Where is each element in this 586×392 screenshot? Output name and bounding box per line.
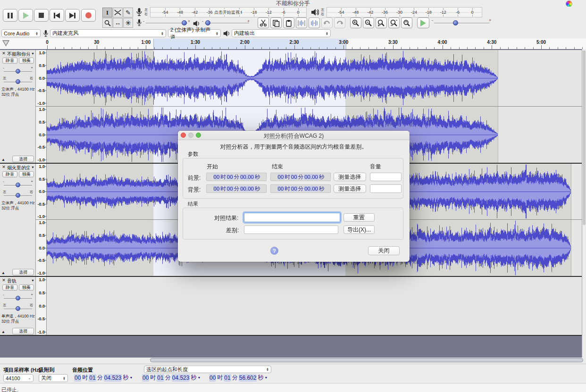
copy-button[interactable] <box>270 17 282 28</box>
play-meter-speaker-icon[interactable] <box>310 8 319 17</box>
multi-tool-button[interactable]: ✳ <box>123 18 133 28</box>
timeshift-tool-button[interactable]: ↔ <box>113 18 123 28</box>
snap-to-select[interactable]: 关闭▲▼ <box>39 374 68 382</box>
draw-tool-button[interactable]: ✎ <box>123 8 133 17</box>
background-end-field[interactable]: 00时00分00.00秒 <box>270 184 331 193</box>
track2-pan-slider[interactable]: 左右 <box>4 193 32 199</box>
track3-menu-arrow-icon[interactable]: ▼ <box>31 279 34 282</box>
zoom-out-button[interactable] <box>363 17 374 28</box>
play-button[interactable] <box>18 9 33 22</box>
help-button[interactable]: ? <box>270 247 278 255</box>
cut-button[interactable] <box>258 17 269 28</box>
audio-position-field[interactable]: 00时01分04.523秒▼ <box>74 374 133 382</box>
play-speed-slider[interactable] <box>434 20 490 26</box>
track1-close-button[interactable]: ✕ <box>1 51 6 56</box>
track3-select-button[interactable]: 选择 <box>12 328 34 334</box>
play-at-speed-button[interactable] <box>417 17 429 28</box>
record-meter[interactable]: -54-48-42-36-30-24-18-12-60 点击开始监视 <box>150 7 307 17</box>
track-divider-3 <box>0 335 586 336</box>
playback-volume-slider[interactable] <box>205 20 249 26</box>
track3-panel[interactable]: ✕ 音轨 ▼ 静音 独奏 -+ 左右 单声道，44100 Hz 32位 浮点 ▲… <box>0 277 36 335</box>
contrast-result-field[interactable] <box>244 213 340 222</box>
track1-channel-divider <box>36 106 582 107</box>
track1-name[interactable]: 不能和你分手 <box>7 51 30 58</box>
track1-solo-button[interactable]: 独奏 <box>19 58 34 64</box>
redo-button[interactable] <box>334 17 345 28</box>
contrast-analysis-dialog[interactable]: 对照分析(符合WCAG 2) 对照分析器，用于测量两个音频选区间的方均根音量差别… <box>178 131 410 262</box>
track2-collapse-button[interactable]: ▲ <box>1 271 5 275</box>
pause-button[interactable] <box>3 9 17 22</box>
undo-button[interactable] <box>321 17 333 28</box>
zoom-in-button[interactable] <box>350 17 361 28</box>
track2-mute-button[interactable]: 静音 <box>2 171 17 177</box>
track1-mute-button[interactable]: 静音 <box>2 58 17 64</box>
track2-select-button[interactable]: 选择 <box>12 269 34 275</box>
track1-panel[interactable]: ✕ 不能和你分手 ▼ 静音 独奏 -+ 左右 立体声，44100 Hz 32位 … <box>0 50 36 163</box>
track3-close-button[interactable]: ✕ <box>1 278 6 283</box>
selection-mode-select[interactable]: 选区的起点和长度▲▼ <box>144 366 271 373</box>
foreground-end-field[interactable]: 00时00分00.00秒 <box>270 173 331 181</box>
track3-gain-slider[interactable]: -+ <box>4 296 32 301</box>
close-button[interactable]: 关闭 <box>368 246 400 255</box>
record-channels-select[interactable]: 2 (立体声) 录制声道▲▼ <box>168 29 221 37</box>
foreground-volume-field[interactable] <box>370 173 402 181</box>
selection-tool-button[interactable]: I <box>102 8 112 17</box>
selection-start-field[interactable]: 00时01分04.523秒▼ <box>142 374 201 382</box>
zoom-selection-button[interactable] <box>376 17 387 28</box>
track1-select-button[interactable]: 选择 <box>12 156 34 162</box>
track1-pan-slider[interactable]: 左右 <box>4 79 32 85</box>
background-start-field[interactable]: 00时00分00.00秒 <box>206 184 267 193</box>
timeline-ruler[interactable]: 0301:001:302:002:303:003:304:004:305:00 <box>0 39 586 50</box>
vertical-scrollbar[interactable] <box>582 49 586 358</box>
playback-meter[interactable]: -54-48-42-36-30-24-18-12-60 <box>326 7 482 17</box>
track2-gain-slider[interactable]: -+ <box>4 183 32 188</box>
monitor-hint[interactable]: 点击开始监视 <box>213 9 241 16</box>
difference-field[interactable] <box>244 225 338 234</box>
track2-close-button[interactable]: ✕ <box>1 165 6 169</box>
foreground-start-field[interactable]: 00时00分00.00秒 <box>206 173 267 181</box>
silence-selection-button[interactable] <box>309 17 320 28</box>
selection-length-field[interactable]: 00时01分56.602秒▼ <box>209 374 268 382</box>
track1-collapse-button[interactable]: ▲ <box>1 158 5 162</box>
track3-collapse-button[interactable]: ▲ <box>1 330 5 334</box>
zoom-tool-button[interactable] <box>102 18 112 28</box>
envelope-tool-button[interactable] <box>113 8 123 17</box>
reset-button[interactable]: 重置 <box>343 213 375 222</box>
trim-outside-button[interactable] <box>296 17 307 28</box>
measure-background-button[interactable]: 测量选择 <box>334 184 366 193</box>
project-rate-select[interactable]: 44100⌄ <box>3 374 33 382</box>
track3-solo-button[interactable]: 独奏 <box>19 284 34 291</box>
skip-start-button[interactable] <box>50 9 64 22</box>
track2-panel[interactable]: ✕ 烟火里的尘埃 ▼ 静音 独奏 -+ 左右 立体声，44100 Hz 32位 … <box>0 164 36 276</box>
skip-end-button[interactable] <box>65 9 80 22</box>
track1-gain-slider[interactable]: -+ <box>4 69 32 75</box>
export-button[interactable]: 导出(X)... <box>343 225 375 234</box>
track3-waveform[interactable] <box>47 277 582 335</box>
playback-volume-minus: - <box>202 19 203 24</box>
background-volume-field[interactable] <box>370 184 402 193</box>
track1-menu-arrow-icon[interactable]: ▼ <box>31 52 34 55</box>
track3-pan-slider[interactable]: 左右 <box>4 306 32 312</box>
horizontal-scrollbar-thumb[interactable] <box>150 358 583 362</box>
track2-menu-arrow-icon[interactable]: ▼ <box>31 166 34 169</box>
track3-name[interactable]: 音轨 <box>7 278 30 284</box>
track2-solo-button[interactable]: 独奏 <box>19 171 34 177</box>
audio-host-select[interactable]: Core Audio▲▼ <box>1 29 41 37</box>
track3-mute-button[interactable]: 静音 <box>2 284 17 291</box>
project-rate-value: 44100 <box>6 375 20 381</box>
selection-mode-value: 选区的起点和长度 <box>146 366 188 373</box>
stop-button[interactable] <box>34 9 49 22</box>
input-device-select[interactable]: 内建麦克风▲▼ <box>50 29 166 37</box>
paste-button[interactable] <box>283 17 294 28</box>
track2-name[interactable]: 烟火里的尘埃 <box>7 165 30 171</box>
dialog-titlebar[interactable]: 对照分析(符合WCAG 2) <box>178 131 410 140</box>
zoom-fit-button[interactable] <box>388 17 400 28</box>
record-button[interactable] <box>81 9 96 22</box>
record-meter-mic-icon[interactable] <box>136 8 142 17</box>
record-volume-slider[interactable] <box>146 20 187 26</box>
zoom-toggle-button[interactable] <box>401 17 412 28</box>
track1-left-waveform[interactable] <box>47 50 582 106</box>
vertical-scrollbar-thumb[interactable] <box>583 50 586 225</box>
measure-foreground-button[interactable]: 测量选择 <box>334 173 366 181</box>
output-device-select[interactable]: 内建输出▲▼ <box>232 29 331 37</box>
